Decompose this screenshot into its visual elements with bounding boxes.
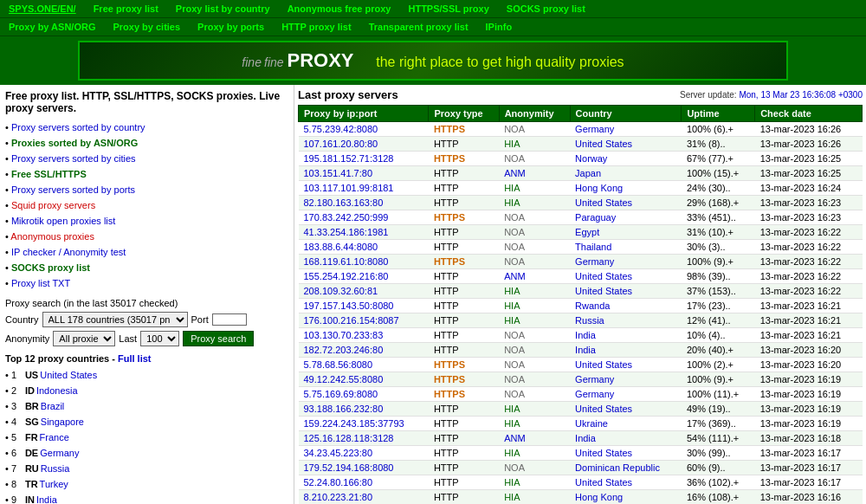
proxy-ip-link[interactable]: 49.12.242.55:8080 <box>304 374 384 384</box>
nav-https-proxy[interactable]: HTTPS/SSL proxy <box>399 0 497 17</box>
country-link[interactable]: United States <box>575 359 632 370</box>
nav-transparent-proxy[interactable]: Transparent proxy list <box>360 18 477 36</box>
nav-asn-org[interactable]: Proxy by ASN/ORG <box>0 18 104 36</box>
proxy-ip[interactable]: 5.78.68.56:8080 <box>299 358 429 372</box>
country-link[interactable]: United States <box>575 271 632 281</box>
country-link[interactable]: Germany <box>40 448 79 458</box>
proxy-ip[interactable]: 82.180.163.163:80 <box>299 196 429 210</box>
country-link[interactable]: Hong Kong <box>575 183 623 193</box>
proxy-ip-link[interactable]: 5.75.239.42:8080 <box>304 124 378 134</box>
country-link[interactable]: Germany <box>575 256 614 267</box>
proxy-ip[interactable]: 34.23.45.223:80 <box>299 446 429 461</box>
proxy-ip[interactable]: 208.109.32.60:81 <box>299 284 429 299</box>
proxy-ip[interactable]: 41.33.254.186:1981 <box>299 225 429 240</box>
country-link[interactable]: Japan <box>575 168 601 178</box>
proxy-ip-link[interactable]: 5.78.68.56:8080 <box>304 359 373 370</box>
country-link[interactable]: India <box>575 330 596 340</box>
proxy-ip[interactable]: 5.75.239.42:8080 <box>299 122 429 137</box>
proxy-country[interactable]: Russia <box>570 313 682 328</box>
anonymity-select[interactable]: All proxie <box>53 331 115 346</box>
proxy-ip[interactable]: 52.24.80.166:80 <box>299 475 429 490</box>
proxy-country[interactable]: Hong Kong <box>570 181 682 196</box>
country-link[interactable]: Hong Kong <box>575 492 623 502</box>
proxy-ip-link[interactable]: 197.157.143.50:8080 <box>304 300 394 311</box>
link-squid[interactable]: Squid proxy servers <box>11 200 95 210</box>
proxy-country[interactable]: India <box>570 431 682 446</box>
proxy-ip-link[interactable]: 155.254.192.216:80 <box>304 271 389 281</box>
country-link[interactable]: Norway <box>575 153 607 164</box>
proxy-ip[interactable]: 103.130.70.233:83 <box>299 328 429 343</box>
proxy-ip-link[interactable]: 195.181.152.71:3128 <box>304 153 394 164</box>
proxy-country[interactable]: India <box>570 328 682 343</box>
proxy-country[interactable]: United States <box>570 269 682 284</box>
country-link[interactable]: Turkey <box>40 479 68 489</box>
country-link[interactable]: United States <box>575 477 632 488</box>
country-link[interactable]: India <box>36 494 57 504</box>
country-link[interactable]: United States <box>40 370 97 380</box>
proxy-ip[interactable]: 49.12.242.55:8080 <box>299 372 429 387</box>
proxy-ip-link[interactable]: 52.24.80.166:80 <box>304 477 373 488</box>
proxy-ip-link[interactable]: 170.83.242.250:999 <box>304 212 389 223</box>
country-link[interactable]: United States <box>575 286 632 296</box>
country-link[interactable]: United States <box>575 197 632 208</box>
proxy-country[interactable]: Ukraine <box>570 417 682 431</box>
proxy-ip[interactable]: 182.72.203.246:80 <box>299 343 429 358</box>
country-link[interactable]: France <box>40 432 69 443</box>
country-link[interactable]: Paraguay <box>575 212 616 223</box>
proxy-ip-link[interactable]: 8.210.223.21:80 <box>304 492 373 502</box>
country-link[interactable]: United States <box>575 404 632 414</box>
link-ssl-https[interactable]: Free SSL/HTTPS <box>11 169 87 179</box>
link-by-country[interactable]: Proxy servers sorted by country <box>11 122 145 132</box>
proxy-ip-link[interactable]: 168.119.61.10:8080 <box>304 256 389 267</box>
proxy-country[interactable]: India <box>570 343 682 358</box>
country-link[interactable]: Dominican Republic <box>575 462 660 473</box>
proxy-ip-link[interactable]: 182.72.203.246:80 <box>304 345 384 355</box>
country-link[interactable]: Indonesia <box>36 385 78 396</box>
proxy-ip-link[interactable]: 125.16.128.118:3128 <box>304 433 394 443</box>
proxy-ip-link[interactable]: 179.52.194.168:8080 <box>304 462 394 473</box>
server-update-value[interactable]: Mon, 13 Mar 23 16:36:08 +0300 <box>739 90 863 100</box>
proxy-ip-link[interactable]: 183.88.6.44:8080 <box>304 242 378 252</box>
proxy-country[interactable]: United States <box>570 475 682 490</box>
proxy-ip-link[interactable]: 208.109.32.60:81 <box>304 286 378 296</box>
proxy-ip[interactable]: 183.88.6.44:8080 <box>299 240 429 255</box>
proxy-ip[interactable]: 195.181.152.71:3128 <box>299 152 429 166</box>
proxy-country[interactable]: Japan <box>570 166 682 181</box>
proxy-country[interactable]: United States <box>570 358 682 372</box>
proxy-ip-link[interactable]: 107.161.20.80:80 <box>304 139 378 149</box>
link-proxy-txt[interactable]: Proxy list TXT <box>11 278 70 288</box>
country-link[interactable]: Russia <box>41 463 70 474</box>
country-link[interactable]: India <box>575 345 596 355</box>
proxy-ip[interactable]: 5.75.169.69:8080 <box>299 387 429 402</box>
port-input[interactable] <box>212 313 247 326</box>
proxy-country[interactable]: United States <box>570 137 682 152</box>
proxy-ip[interactable]: 8.210.223.21:80 <box>299 490 429 505</box>
proxy-country[interactable]: Hong Kong <box>570 490 682 505</box>
country-link[interactable]: Germany <box>575 124 614 134</box>
country-link[interactable]: Rwanda <box>575 300 610 311</box>
proxy-country[interactable]: Paraguay <box>570 210 682 225</box>
proxy-country[interactable]: United States <box>570 446 682 461</box>
country-link[interactable]: Singapore <box>41 417 84 427</box>
country-link[interactable]: Russia <box>575 315 604 326</box>
nav-anonymous-proxy[interactable]: Anonymous free proxy <box>279 0 400 17</box>
proxy-ip-link[interactable]: 159.224.243.185:37793 <box>304 418 404 429</box>
link-anonymous[interactable]: Anonymous proxies <box>10 231 94 242</box>
proxy-country[interactable]: United States <box>570 284 682 299</box>
proxy-ip-link[interactable]: 103.130.70.233:83 <box>304 330 384 340</box>
proxy-country[interactable]: Norway <box>570 152 682 166</box>
country-link[interactable]: Brazil <box>41 401 65 411</box>
proxy-ip-link[interactable]: 176.100.216.154:8087 <box>304 315 399 326</box>
link-socks[interactable]: SOCKS proxy list <box>11 262 90 273</box>
country-link[interactable]: Thailand <box>575 242 611 252</box>
proxy-ip[interactable]: 93.188.166.232:80 <box>299 402 429 417</box>
proxy-country[interactable]: Rwanda <box>570 299 682 313</box>
full-list-link[interactable]: Full list <box>118 353 152 364</box>
proxy-ip[interactable]: 107.161.20.80:80 <box>299 137 429 152</box>
nav-socks-proxy[interactable]: SOCKS proxy list <box>498 0 594 17</box>
proxy-country[interactable]: Germany <box>570 255 682 269</box>
proxy-ip-link[interactable]: 82.180.163.163:80 <box>304 197 384 208</box>
proxy-country[interactable]: Germany <box>570 122 682 137</box>
nav-http-proxy[interactable]: HTTP proxy list <box>273 18 359 36</box>
proxy-ip-link[interactable]: 93.188.166.232:80 <box>304 404 384 414</box>
